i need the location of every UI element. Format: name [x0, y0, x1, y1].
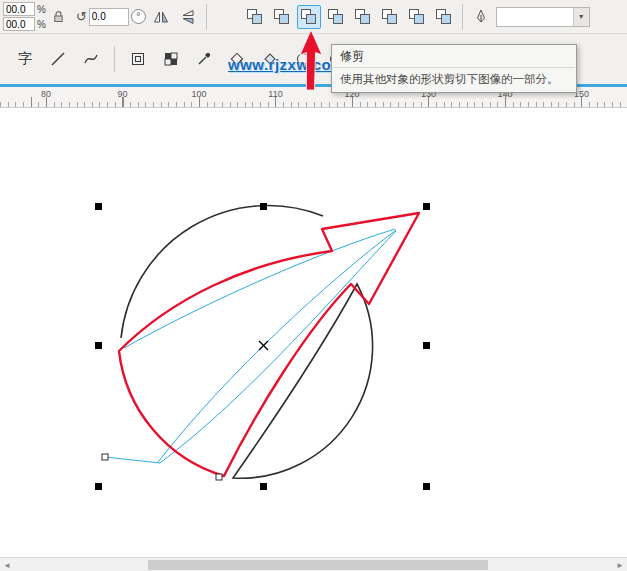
- property-bar: % % ↺ ° ▼: [0, 0, 627, 34]
- back-minus-front-button[interactable]: [405, 5, 429, 29]
- mirror-vertical-icon: [181, 9, 195, 25]
- intersect-button[interactable]: [324, 5, 348, 29]
- degree-symbol-icon: °: [131, 9, 146, 24]
- mirror-horizontal-icon: [153, 10, 169, 24]
- outline-width-dropdown-icon[interactable]: ▼: [573, 8, 589, 26]
- outline-pen-icon: [474, 9, 488, 25]
- ruler-ticks-major: [0, 97, 627, 107]
- checkerboard-icon: [163, 51, 179, 67]
- separator: [462, 4, 463, 30]
- text-tool-icon: 字: [18, 50, 32, 68]
- eyedropper-button[interactable]: [191, 46, 217, 72]
- rotation-group: ↺ °: [76, 8, 146, 26]
- separator: [206, 4, 207, 30]
- scroll-thumb[interactable]: [148, 560, 488, 570]
- eyedropper-icon: [196, 51, 212, 67]
- tooltip-title: 修剪: [332, 45, 576, 67]
- shaping-buttons: [243, 5, 456, 29]
- simplify-icon: [354, 8, 371, 25]
- scale-x-input[interactable]: [3, 2, 35, 16]
- line-tool-button[interactable]: [45, 46, 71, 72]
- mirror-horizontal-button[interactable]: [149, 5, 173, 29]
- weld-button[interactable]: [270, 5, 294, 29]
- scale-y-percent-label: %: [37, 19, 46, 30]
- rotation-icon: ↺: [76, 10, 87, 23]
- watermark: www.rjzxw.com: [228, 56, 345, 73]
- trim-tooltip: 修剪 使用其他对象的形状剪切下图像的一部分。: [331, 44, 577, 93]
- simplify-button[interactable]: [351, 5, 375, 29]
- front-minus-back-button[interactable]: [378, 5, 402, 29]
- outline-width-combo[interactable]: ▼: [496, 7, 590, 27]
- canvas[interactable]: [0, 108, 627, 557]
- combine-icon: [246, 8, 263, 25]
- weld-icon: [273, 8, 290, 25]
- square-outline-icon: [130, 51, 146, 67]
- scale-x-percent-label: %: [37, 4, 46, 15]
- separator: [114, 46, 115, 72]
- text-tool-button[interactable]: 字: [12, 46, 38, 72]
- rotation-angle-input[interactable]: [89, 8, 129, 26]
- tooltip-description: 使用其他对象的形状剪切下图像的一部分。: [332, 68, 576, 92]
- trim-button[interactable]: [297, 5, 321, 29]
- bezier-curve-icon: [83, 51, 99, 67]
- front-minus-back-icon: [381, 8, 398, 25]
- line-icon: [50, 51, 66, 67]
- intersect-icon: [327, 8, 344, 25]
- lock-icon: [53, 10, 64, 23]
- lock-ratio-button[interactable]: [49, 5, 69, 29]
- outline-pen-button[interactable]: [469, 5, 493, 29]
- mirror-vertical-button[interactable]: [176, 5, 200, 29]
- scale-y-input[interactable]: [3, 17, 35, 31]
- bezier-tool-button[interactable]: [78, 46, 104, 72]
- scale-fields: % %: [3, 2, 46, 31]
- pattern-fill-button[interactable]: [158, 46, 184, 72]
- combine-button[interactable]: [243, 5, 267, 29]
- trim-icon: [300, 8, 317, 25]
- back-minus-front-icon: [408, 8, 425, 25]
- boundary-icon: [435, 8, 452, 25]
- scroll-left-button[interactable]: ◄: [3, 560, 11, 571]
- horizontal-scrollbar[interactable]: ◄ ►: [0, 557, 627, 571]
- scroll-right-button[interactable]: ►: [616, 560, 624, 571]
- boundary-button[interactable]: [432, 5, 456, 29]
- outline-style-button[interactable]: [125, 46, 151, 72]
